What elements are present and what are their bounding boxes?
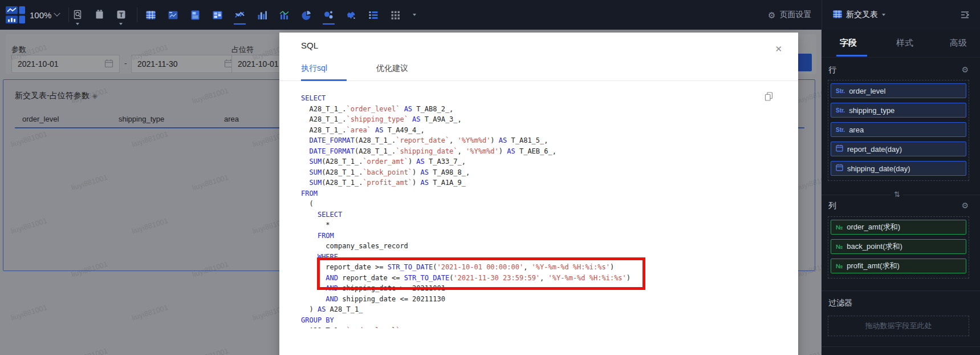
filter-dropzone[interactable]: 拖动数据字段至此处 bbox=[828, 316, 969, 336]
field-pill-back_point[interactable]: №back_point(求和) bbox=[831, 239, 966, 254]
zoom-level-value: 100% bbox=[30, 10, 51, 20]
sql-line: A28_T_1_.`area` AS T_A49_4_, bbox=[301, 125, 757, 136]
field-pill-profit_amt[interactable]: №profit_amt(求和) bbox=[831, 259, 966, 273]
report-chart-icon[interactable] bbox=[190, 10, 200, 20]
page-settings-button[interactable]: ⚙ 页面设置 bbox=[768, 0, 811, 30]
sql-line: AND shipping_date <= 20211130 bbox=[301, 294, 757, 305]
sql-dialog: SQL ✕ 执行sql 优化建议 SELECT A28_T_1_.`order_… bbox=[279, 33, 798, 355]
sql-line: * bbox=[301, 220, 757, 231]
active-underline bbox=[323, 23, 335, 25]
sql-line: FROM bbox=[301, 188, 757, 199]
string-type-icon: Str. bbox=[836, 88, 845, 94]
sql-line: A28_T_1_.`order_level` AS T_AB8_2_, bbox=[301, 104, 757, 115]
triangle-down-icon[interactable] bbox=[76, 23, 79, 25]
field-pill-label: order_level bbox=[849, 87, 885, 95]
field-pill-label: shipping_date(day) bbox=[847, 164, 910, 173]
triangle-down-icon[interactable] bbox=[119, 23, 123, 25]
gear-icon[interactable]: ⚙ bbox=[961, 65, 969, 74]
cols-section-label: 列 bbox=[828, 201, 836, 211]
sql-line: company_sales_record bbox=[301, 241, 757, 252]
tab-optimize-advice[interactable]: 优化建议 bbox=[376, 63, 408, 74]
swap-rows-cols-icon[interactable]: ⇅ bbox=[891, 190, 903, 199]
collapse-panel-icon[interactable] bbox=[959, 10, 970, 22]
tabs-divider bbox=[279, 80, 798, 81]
sql-line: ) AS A28_T_1_ bbox=[301, 304, 757, 315]
triangle-down-icon bbox=[882, 14, 885, 16]
triangle-down-icon[interactable] bbox=[413, 14, 416, 16]
sql-line: SELECT bbox=[301, 93, 757, 104]
scatter-chart-icon[interactable] bbox=[324, 10, 334, 20]
tab-advanced[interactable]: 高级 bbox=[950, 38, 967, 49]
more-charts-icon[interactable] bbox=[391, 10, 400, 20]
number-type-icon: № bbox=[836, 263, 843, 269]
search-component-icon[interactable] bbox=[73, 10, 83, 19]
field-pill-order_amt[interactable]: №order_amt(求和) bbox=[831, 220, 966, 235]
toolbar-divider bbox=[822, 0, 822, 30]
dialog-title: SQL bbox=[301, 41, 318, 50]
line-chart-icon[interactable] bbox=[235, 10, 245, 20]
field-pill-shipping_dateday[interactable]: shipping_date(day) bbox=[831, 161, 966, 176]
cols-dropzone[interactable]: №order_amt(求和)№back_point(求和)№profit_amt… bbox=[828, 216, 969, 279]
table-chart-icon[interactable] bbox=[146, 10, 156, 20]
panel-chart-icon[interactable] bbox=[168, 10, 178, 20]
field-pill-label: profit_amt(求和) bbox=[847, 261, 899, 271]
filter-section-label: 过滤器 bbox=[828, 298, 852, 308]
divider bbox=[822, 57, 980, 58]
sql-code: SELECT A28_T_1_.`order_level` AS T_AB8_2… bbox=[301, 93, 757, 328]
divider bbox=[822, 346, 980, 347]
string-type-icon: Str. bbox=[836, 127, 845, 133]
field-pill-report_dateday[interactable]: report_date(day) bbox=[831, 142, 966, 156]
sql-line: SUM(A28_T_1_.`order_amt`) AS T_A33_7_, bbox=[301, 156, 757, 167]
field-pill-label: report_date(day) bbox=[847, 145, 902, 154]
app-logo-icon[interactable] bbox=[6, 6, 25, 26]
sql-line: FROM bbox=[301, 231, 757, 241]
sql-line: GROUP BY bbox=[301, 315, 757, 326]
sql-line: AND shipping_date >= 20211001 bbox=[301, 283, 757, 294]
field-pill-label: shipping_type bbox=[849, 106, 894, 115]
app-window: 参数 2021-10-01 - 2021-11-30 占位符 2021-10-0… bbox=[0, 0, 980, 355]
sql-line: ( bbox=[301, 199, 757, 209]
chart-selector-dropdown[interactable]: 新交叉表 bbox=[833, 0, 885, 30]
tab-style[interactable]: 样式 bbox=[896, 38, 913, 49]
number-type-icon: № bbox=[836, 243, 843, 250]
tab-fields[interactable]: 字段 bbox=[840, 38, 857, 49]
sql-line: A28_T_1_.`shipping_type` AS T_A9A_3_, bbox=[301, 114, 757, 125]
sql-line: report_date >= STR_TO_DATE('2021-10-01 0… bbox=[301, 262, 757, 273]
chevron-down-icon bbox=[54, 10, 60, 17]
svg-text:T: T bbox=[119, 11, 123, 18]
dashboard-chart-icon[interactable] bbox=[213, 10, 222, 20]
sql-line: A28_T_1_.`order_level`, bbox=[301, 325, 757, 328]
pie-chart-icon[interactable] bbox=[302, 10, 311, 20]
zoom-level-dropdown[interactable]: 100% bbox=[30, 0, 59, 30]
bar-chart-icon[interactable] bbox=[257, 10, 267, 20]
field-pill-label: order_amt(求和) bbox=[847, 222, 900, 232]
clipboard-component-icon[interactable] bbox=[95, 10, 104, 19]
list-chart-icon[interactable] bbox=[368, 10, 378, 20]
tab-execute-sql[interactable]: 执行sql bbox=[301, 63, 327, 74]
rows-section-label: 行 bbox=[828, 65, 836, 75]
rows-dropzone[interactable]: Str.order_levelStr.shipping_typeStr.area… bbox=[828, 80, 969, 181]
map-chart-icon[interactable] bbox=[346, 10, 356, 20]
gear-icon: ⚙ bbox=[768, 11, 775, 19]
selected-chart-name: 新交叉表 bbox=[846, 10, 878, 20]
active-tab-underline bbox=[301, 79, 347, 81]
field-pill-area[interactable]: Str.area bbox=[831, 122, 966, 137]
sql-line: SUM(A28_T_1_.`profit_amt`) AS T_A1A_9_ bbox=[301, 178, 757, 188]
field-pill-label: back_point(求和) bbox=[847, 241, 902, 252]
combo-chart-icon[interactable] bbox=[279, 10, 289, 20]
field-pill-order_level[interactable]: Str.order_level bbox=[831, 83, 966, 98]
string-type-icon: Str. bbox=[836, 107, 845, 114]
sql-line: SUM(A28_T_1_.`back_point`) AS T_A98_8_, bbox=[301, 167, 757, 178]
sql-line: AND report_date <= STR_TO_DATE('2021-11-… bbox=[301, 273, 757, 284]
close-icon[interactable]: ✕ bbox=[775, 44, 782, 54]
sql-line: DATE_FORMAT(A28_T_1_.`report_date`, '%Y%… bbox=[301, 135, 757, 146]
text-component-icon[interactable]: T bbox=[116, 10, 126, 19]
field-pill-label: area bbox=[849, 126, 864, 134]
field-config-panel: 字段 样式 高级 行 ⚙ Str.order_levelStr.shipping… bbox=[822, 30, 980, 355]
number-type-icon: № bbox=[836, 224, 843, 231]
date-type-icon bbox=[836, 144, 843, 154]
copy-icon[interactable] bbox=[765, 92, 773, 103]
gear-icon[interactable]: ⚙ bbox=[961, 201, 969, 210]
field-pill-shipping_type[interactable]: Str.shipping_type bbox=[831, 103, 966, 118]
sql-line: DATE_FORMAT(A28_T_1_.`shipping_date`, '%… bbox=[301, 146, 757, 157]
